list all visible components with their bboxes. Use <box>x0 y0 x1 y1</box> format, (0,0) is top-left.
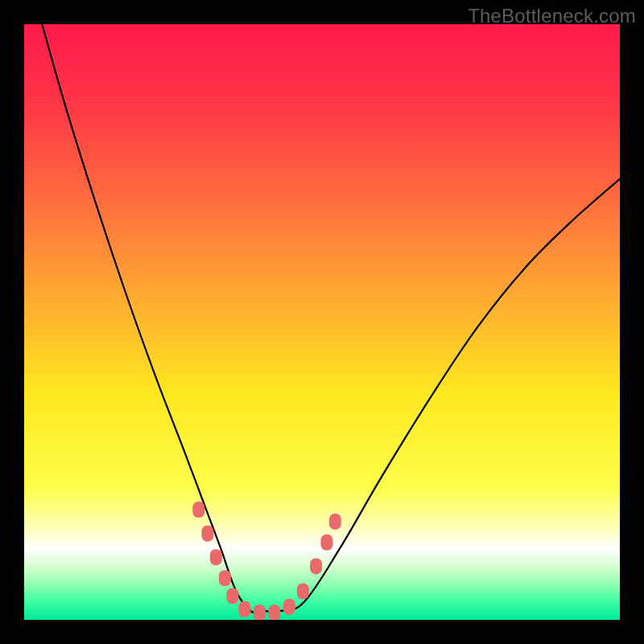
curve-marker <box>227 588 239 604</box>
chart-frame: { "watermark": "TheBottleneck.com", "col… <box>0 0 644 644</box>
markers-group <box>192 502 341 620</box>
curve-marker <box>310 558 322 574</box>
chart-svg <box>24 24 620 620</box>
curve-marker <box>254 605 266 620</box>
curve-marker <box>297 583 309 599</box>
curve-marker <box>283 599 295 615</box>
curve-marker <box>238 601 250 617</box>
curve-marker <box>201 526 213 542</box>
curve-marker <box>329 514 341 530</box>
curve-marker <box>210 549 222 565</box>
curve-marker <box>192 502 204 518</box>
watermark-text: TheBottleneck.com <box>468 5 636 27</box>
curve-marker <box>268 605 280 620</box>
plot-area <box>24 24 620 620</box>
curve-marker <box>320 535 332 551</box>
curve-marker <box>219 570 231 586</box>
